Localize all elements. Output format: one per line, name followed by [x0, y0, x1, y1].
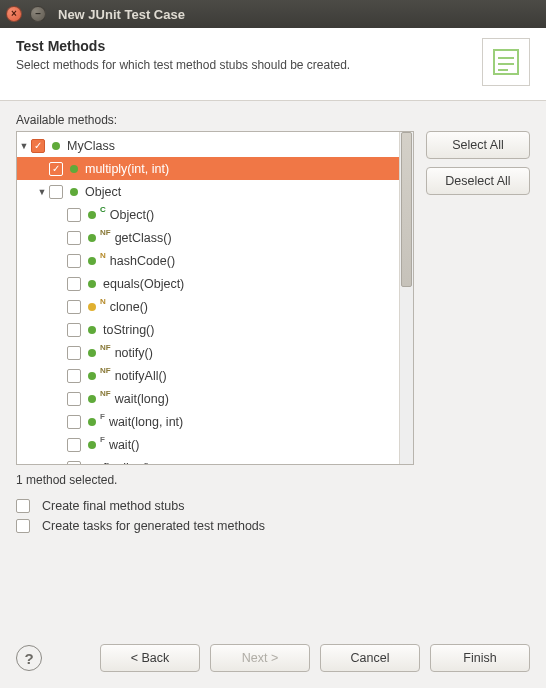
public-method-icon	[85, 277, 99, 291]
public-method-icon	[85, 415, 99, 429]
public-method-icon	[67, 162, 81, 176]
method-checkbox[interactable]	[67, 369, 81, 383]
method-checkbox[interactable]	[67, 254, 81, 268]
tree-row-equals[interactable]: equals(Object)	[17, 272, 413, 295]
tree-row-hashcode[interactable]: NhashCode()	[17, 249, 413, 272]
expand-arrow[interactable]: ▼	[35, 187, 49, 197]
next-button: Next >	[210, 644, 310, 672]
select-all-button[interactable]: Select All	[426, 131, 530, 159]
tree-row-clone[interactable]: Nclone()	[17, 295, 413, 318]
expand-arrow[interactable]: ▼	[17, 141, 31, 151]
page-title: Test Methods	[16, 38, 350, 54]
method-label: wait(long)	[115, 392, 169, 406]
modifier-badge: NF	[100, 389, 111, 398]
method-checkbox[interactable]	[67, 208, 81, 222]
method-checkbox[interactable]	[67, 300, 81, 314]
selection-status: 1 method selected.	[16, 473, 530, 487]
tree-row-object-ctor[interactable]: CObject()	[17, 203, 413, 226]
public-method-icon	[85, 323, 99, 337]
protected-method-icon	[85, 300, 99, 314]
modifier-badge: NF	[100, 228, 111, 237]
titlebar: × – New JUnit Test Case	[0, 0, 546, 28]
page-subtitle: Select methods for which test method stu…	[16, 58, 350, 72]
create-tasks-option[interactable]: Create tasks for generated test methods	[16, 519, 530, 533]
deselect-all-button[interactable]: Deselect All	[426, 167, 530, 195]
window-title: New JUnit Test Case	[58, 7, 185, 22]
methods-tree[interactable]: ▼✓MyClass✓multiply(int, int)▼ObjectCObje…	[16, 131, 414, 465]
method-checkbox[interactable]	[67, 461, 81, 466]
available-methods-label: Available methods:	[16, 113, 530, 127]
method-label: wait(long, int)	[109, 415, 183, 429]
public-method-icon	[85, 254, 99, 268]
wizard-icon	[482, 38, 530, 86]
public-method-icon	[85, 346, 99, 360]
method-label: MyClass	[67, 139, 115, 153]
public-method-icon	[85, 438, 99, 452]
method-label: toString()	[103, 323, 154, 337]
modifier-badge: F	[100, 412, 105, 421]
method-label: notify()	[115, 346, 153, 360]
tree-row-multiply[interactable]: ✓multiply(int, int)	[17, 157, 413, 180]
tree-row-object[interactable]: ▼Object	[17, 180, 413, 203]
tree-row-notify[interactable]: NFnotify()	[17, 341, 413, 364]
method-label: Object()	[110, 208, 154, 222]
tree-row-wait[interactable]: Fwait()	[17, 433, 413, 456]
method-checkbox[interactable]	[67, 392, 81, 406]
protected-method-icon	[85, 461, 99, 466]
public-method-icon	[85, 369, 99, 383]
scrollbar-thumb[interactable]	[401, 132, 412, 287]
modifier-badge: N	[100, 251, 106, 260]
window-minimize-button[interactable]: –	[30, 6, 46, 22]
cancel-button[interactable]: Cancel	[320, 644, 420, 672]
method-checkbox[interactable]	[67, 323, 81, 337]
method-checkbox[interactable]	[67, 277, 81, 291]
create-tasks-label: Create tasks for generated test methods	[42, 519, 265, 533]
public-method-icon	[67, 185, 81, 199]
method-checkbox[interactable]	[67, 415, 81, 429]
help-button[interactable]: ?	[16, 645, 42, 671]
tree-row-getclass[interactable]: NFgetClass()	[17, 226, 413, 249]
modifier-badge: NF	[100, 366, 111, 375]
method-label: getClass()	[115, 231, 172, 245]
tree-row-finalize[interactable]: finalize()	[17, 456, 413, 465]
method-label: multiply(int, int)	[85, 162, 169, 176]
modifier-badge: F	[100, 435, 105, 444]
method-label: equals(Object)	[103, 277, 184, 291]
final-stubs-option[interactable]: Create final method stubs	[16, 499, 530, 513]
modifier-badge: N	[100, 297, 106, 306]
method-label: clone()	[110, 300, 148, 314]
finish-button[interactable]: Finish	[430, 644, 530, 672]
method-label: notifyAll()	[115, 369, 167, 383]
wizard-footer: ? < Back Next > Cancel Finish	[0, 634, 546, 688]
tree-row-tostring[interactable]: toString()	[17, 318, 413, 341]
public-method-icon	[85, 392, 99, 406]
method-checkbox[interactable]	[67, 346, 81, 360]
modifier-badge: C	[100, 205, 106, 214]
method-checkbox[interactable]: ✓	[49, 162, 63, 176]
tree-row-myclass[interactable]: ▼✓MyClass	[17, 134, 413, 157]
tree-row-notifyall[interactable]: NFnotifyAll()	[17, 364, 413, 387]
method-checkbox[interactable]	[67, 438, 81, 452]
create-tasks-checkbox[interactable]	[16, 519, 30, 533]
method-label: Object	[85, 185, 121, 199]
method-label: finalize()	[103, 461, 150, 466]
window-close-button[interactable]: ×	[6, 6, 22, 22]
tree-scrollbar[interactable]	[399, 132, 413, 464]
final-stubs-label: Create final method stubs	[42, 499, 184, 513]
tree-row-wait-long-int[interactable]: Fwait(long, int)	[17, 410, 413, 433]
modifier-badge: NF	[100, 343, 111, 352]
method-checkbox[interactable]: ✓	[31, 139, 45, 153]
public-method-icon	[49, 139, 63, 153]
wizard-header: Test Methods Select methods for which te…	[0, 28, 546, 101]
final-stubs-checkbox[interactable]	[16, 499, 30, 513]
method-checkbox[interactable]	[49, 185, 63, 199]
public-method-icon	[85, 208, 99, 222]
tree-row-wait-long[interactable]: NFwait(long)	[17, 387, 413, 410]
back-button[interactable]: < Back	[100, 644, 200, 672]
method-label: wait()	[109, 438, 140, 452]
method-label: hashCode()	[110, 254, 175, 268]
method-checkbox[interactable]	[67, 231, 81, 245]
public-method-icon	[85, 231, 99, 245]
